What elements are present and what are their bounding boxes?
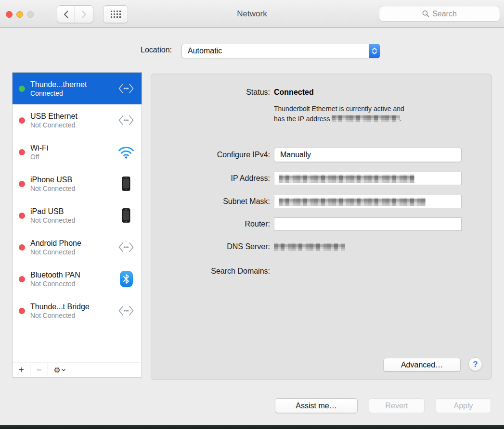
status-dot-red bbox=[19, 213, 25, 219]
status-description: Thunderbolt Ethernet is currently active… bbox=[274, 104, 466, 124]
service-name: iPhone USB bbox=[30, 176, 114, 184]
service-name: Thunde...thernet bbox=[30, 80, 114, 89]
bluetooth-icon bbox=[116, 271, 136, 287]
status-dot-green bbox=[19, 86, 25, 92]
service-name: Wi-Fi bbox=[30, 144, 114, 152]
service-status: Off bbox=[30, 153, 114, 161]
apply-button[interactable]: Apply bbox=[436, 398, 491, 413]
redacted-dns-server bbox=[274, 243, 345, 251]
search-input[interactable]: Search bbox=[379, 6, 500, 22]
subnet-mask-label: Subnet Mask: bbox=[151, 197, 270, 206]
status-value: Connected bbox=[274, 88, 314, 97]
titlebar: Network bbox=[0, 0, 504, 28]
ethernet-icon bbox=[116, 305, 136, 316]
services-list: Thunde...thernet Connected USB Ethernet … bbox=[12, 72, 142, 378]
iphone-icon bbox=[116, 177, 136, 191]
service-row-thunderbolt-ethernet[interactable]: Thunde...thernet Connected bbox=[13, 73, 142, 104]
remove-service-button[interactable]: − bbox=[30, 363, 48, 377]
chevron-left-icon bbox=[64, 11, 68, 18]
service-status: Not Connected bbox=[30, 121, 114, 129]
service-row-android-phone[interactable]: Android Phone Not Connected bbox=[13, 231, 142, 263]
help-button[interactable]: ? bbox=[468, 357, 482, 371]
service-status: Connected bbox=[30, 89, 114, 97]
service-row-thunderbolt-bridge[interactable]: Thunde...t Bridge Not Connected bbox=[13, 295, 142, 327]
service-name: USB Ethernet bbox=[30, 112, 114, 121]
status-dot-red bbox=[19, 244, 25, 251]
search-domains-label: Search Domains: bbox=[151, 267, 270, 276]
desktop-background-strip bbox=[0, 425, 504, 429]
location-select[interactable]: Automatic bbox=[181, 44, 380, 58]
services-toolbar: + − ⚙ bbox=[13, 363, 142, 377]
service-status: Not Connected bbox=[30, 185, 114, 192]
status-dot-red bbox=[19, 149, 25, 155]
ipad-icon bbox=[116, 208, 136, 223]
redacted-subnet-mask bbox=[279, 198, 426, 206]
router-input[interactable] bbox=[279, 220, 461, 228]
stepper-arrows-icon bbox=[311, 152, 316, 158]
service-row-bluetooth-pan[interactable]: Bluetooth PAN Not Connected bbox=[13, 263, 142, 295]
service-row-iphone-usb[interactable]: iPhone USB Not Connected bbox=[13, 168, 142, 200]
back-button[interactable] bbox=[57, 5, 75, 23]
ethernet-icon bbox=[116, 83, 136, 94]
location-value: Automatic bbox=[188, 47, 222, 55]
configure-ipv4-label: Configure IPv4: bbox=[151, 151, 270, 159]
network-preferences-window: Network bbox=[0, 0, 504, 425]
router-field[interactable] bbox=[274, 217, 462, 231]
service-status: Not Connected bbox=[30, 248, 114, 256]
status-label: Status: bbox=[151, 88, 270, 97]
service-name: Bluetooth PAN bbox=[30, 271, 114, 279]
service-status: Not Connected bbox=[30, 280, 114, 288]
detail-panel: Status: Connected Thunderbolt Ethernet i… bbox=[151, 74, 492, 380]
ethernet-icon bbox=[116, 241, 136, 253]
grid-icon bbox=[111, 11, 121, 18]
ethernet-icon bbox=[116, 114, 136, 126]
ip-address-field[interactable] bbox=[274, 172, 462, 185]
dns-server-label: DNS Server: bbox=[151, 242, 270, 251]
chevron-down-icon bbox=[62, 369, 65, 371]
toolbar-spacer bbox=[71, 363, 142, 377]
action-menu-button[interactable]: ⚙ bbox=[48, 363, 71, 377]
search-icon bbox=[422, 10, 429, 17]
subnet-mask-field[interactable] bbox=[274, 195, 462, 208]
service-row-usb-ethernet[interactable]: USB Ethernet Not Connected bbox=[13, 104, 142, 136]
status-dot-red bbox=[19, 276, 25, 282]
configure-ipv4-select[interactable]: Manually bbox=[274, 148, 462, 162]
status-dot-red bbox=[19, 308, 25, 314]
revert-button[interactable]: Revert bbox=[369, 398, 425, 413]
advanced-button[interactable]: Advanced… bbox=[383, 358, 461, 372]
nav-group bbox=[57, 5, 93, 23]
show-all-button[interactable] bbox=[103, 5, 128, 23]
service-name: iPad USB bbox=[30, 207, 114, 216]
status-dot-red bbox=[19, 181, 25, 187]
forward-button[interactable] bbox=[75, 5, 93, 23]
assist-me-button[interactable]: Assist me… bbox=[275, 398, 358, 413]
service-name: Android Phone bbox=[30, 239, 114, 248]
service-row-ipad-usb[interactable]: iPad USB Not Connected bbox=[13, 200, 142, 231]
router-label: Router: bbox=[151, 220, 270, 228]
configure-ipv4-value: Manually bbox=[280, 151, 311, 159]
redacted-ip-address bbox=[279, 175, 414, 183]
add-service-button[interactable]: + bbox=[13, 363, 30, 377]
chevron-right-icon bbox=[82, 11, 87, 18]
gear-icon: ⚙ bbox=[53, 366, 60, 375]
status-dot-red bbox=[19, 117, 25, 124]
wifi-icon bbox=[116, 145, 136, 159]
search-placeholder: Search bbox=[432, 10, 457, 18]
ip-address-label: IP Address: bbox=[151, 174, 270, 183]
service-name: Thunde...t Bridge bbox=[30, 303, 114, 311]
service-status: Not Connected bbox=[30, 216, 114, 224]
redacted-ip-inline bbox=[332, 115, 400, 122]
stepper-arrows-icon bbox=[369, 44, 380, 58]
location-label: Location: bbox=[0, 46, 172, 54]
service-row-wifi[interactable]: Wi-Fi Off bbox=[13, 136, 142, 168]
service-status: Not Connected bbox=[30, 312, 114, 319]
